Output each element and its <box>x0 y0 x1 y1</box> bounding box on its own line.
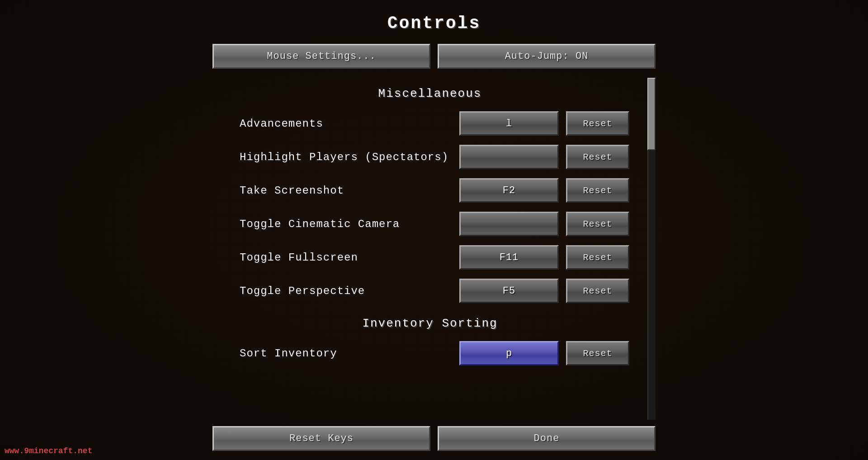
key-row-toggle-cinematic: Toggle Cinematic Camera Reset <box>212 207 647 241</box>
key-row-sort-inventory: Sort Inventory p Reset <box>212 337 647 370</box>
key-label-advancements: Advancements <box>240 118 459 130</box>
key-label-toggle-cinematic: Toggle Cinematic Camera <box>240 218 459 230</box>
top-buttons-row: Mouse Settings... Auto-Jump: ON <box>212 44 656 69</box>
section-header-miscellaneous: Miscellaneous <box>212 78 647 107</box>
page-wrapper: Controls Mouse Settings... Auto-Jump: ON… <box>0 0 868 460</box>
auto-jump-button[interactable]: Auto-Jump: ON <box>438 44 656 69</box>
content-area: Miscellaneous Advancements l Reset Highl… <box>212 78 656 420</box>
key-row-toggle-fullscreen: Toggle Fullscreen F11 Reset <box>212 241 647 274</box>
key-label-sort-inventory: Sort Inventory <box>240 347 459 360</box>
done-button[interactable]: Done <box>438 426 656 451</box>
key-row-highlight-players: Highlight Players (Spectators) Reset <box>212 140 647 174</box>
key-label-take-screenshot: Take Screenshot <box>240 185 459 197</box>
key-binding-highlight-players[interactable] <box>459 145 559 169</box>
scroll-thumb[interactable] <box>647 78 656 150</box>
key-label-toggle-perspective: Toggle Perspective <box>240 285 459 297</box>
reset-button-toggle-fullscreen[interactable]: Reset <box>566 245 629 270</box>
key-label-toggle-fullscreen: Toggle Fullscreen <box>240 251 459 264</box>
reset-button-toggle-perspective[interactable]: Reset <box>566 279 629 303</box>
key-row-take-screenshot: Take Screenshot F2 Reset <box>212 174 647 207</box>
key-row-toggle-perspective: Toggle Perspective F5 Reset <box>212 274 647 308</box>
key-binding-advancements[interactable]: l <box>459 111 559 136</box>
reset-button-advancements[interactable]: Reset <box>566 111 629 136</box>
key-binding-sort-inventory[interactable]: p <box>459 341 559 365</box>
section-header-inventory-sorting: Inventory Sorting <box>212 308 647 337</box>
key-label-highlight-players: Highlight Players (Spectators) <box>240 151 459 163</box>
inner-scroll: Miscellaneous Advancements l Reset Highl… <box>212 78 656 420</box>
page-title: Controls <box>387 14 481 33</box>
reset-button-highlight-players[interactable]: Reset <box>566 145 629 169</box>
scroll-track <box>647 78 656 420</box>
reset-button-toggle-cinematic[interactable]: Reset <box>566 212 629 236</box>
key-binding-take-screenshot[interactable]: F2 <box>459 178 559 203</box>
key-binding-toggle-cinematic[interactable] <box>459 212 559 236</box>
reset-button-sort-inventory[interactable]: Reset <box>566 341 629 365</box>
scroll-list: Miscellaneous Advancements l Reset Highl… <box>212 78 647 370</box>
watermark: www.9minecraft.net <box>5 446 92 455</box>
key-row-advancements: Advancements l Reset <box>212 107 647 140</box>
bottom-buttons-row: Reset Keys Done <box>212 426 656 451</box>
reset-keys-button[interactable]: Reset Keys <box>212 426 430 451</box>
key-binding-toggle-perspective[interactable]: F5 <box>459 279 559 303</box>
key-binding-toggle-fullscreen[interactable]: F11 <box>459 245 559 270</box>
mouse-settings-button[interactable]: Mouse Settings... <box>212 44 430 69</box>
reset-button-take-screenshot[interactable]: Reset <box>566 178 629 203</box>
